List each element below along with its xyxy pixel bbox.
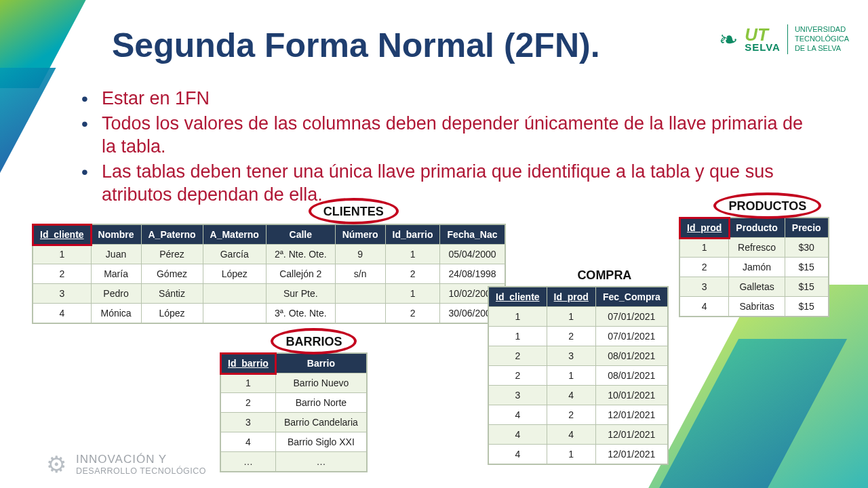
table-cell: 2 (489, 366, 547, 386)
table-cell: Pedro (91, 284, 141, 304)
table-cell: s/n (335, 264, 385, 284)
table-cell: 12/01/2021 (595, 425, 667, 445)
footer-line2: DESARROLLO TECNOLÓGICO (76, 466, 206, 476)
table-cell: 05/04/2000 (440, 245, 505, 264)
table-cell: 1 (547, 445, 595, 464)
table-cell (203, 304, 266, 323)
col-fec-compra: Fec_Compra (595, 287, 667, 307)
table-cell: 08/01/2021 (595, 346, 667, 366)
table-cell: 4 (489, 405, 547, 425)
logo-divider (787, 24, 788, 54)
caption-barrios: BARRIOS (275, 333, 353, 350)
table-row: 2Jamón$15 (680, 258, 829, 277)
table-cell: 07/01/2021 (595, 327, 667, 346)
table-cell: 2ª. Nte. Ote. (266, 245, 335, 264)
table-row: 3410/01/2021 (489, 386, 668, 405)
table-cell: Barrio Norte (275, 393, 366, 413)
table-cell: Mónica (91, 304, 141, 323)
table-cell: Sur Pte. (266, 284, 335, 304)
table-cell: 2 (221, 393, 276, 413)
col-amaterno: A_Materno (203, 225, 266, 245)
col-id-cliente: Id_cliente (489, 287, 547, 307)
table-cell: $15 (785, 258, 828, 277)
table-cell: 12/01/2021 (595, 445, 667, 464)
table-row: 4Barrio Siglo XXI (221, 432, 367, 452)
compra-table: Id_cliente Id_prod Fec_Compra 1107/01/20… (488, 287, 668, 464)
table-cell: 4 (33, 304, 92, 323)
table-cell: García (203, 245, 266, 264)
table-cell: 07/01/2021 (595, 307, 667, 327)
table-cell: López (141, 304, 203, 323)
col-id-barrio: Id_barrio (221, 354, 276, 373)
table-row: 4MónicaLópez3ª. Ote. Nte.230/06/2000 (33, 304, 505, 323)
table-row: 3Barrio Candelaria (221, 413, 367, 432)
table-row: 1107/01/2021 (489, 307, 668, 327)
table-cell: 12/01/2021 (595, 405, 667, 425)
caption-productos: PRODUCTOS (717, 198, 817, 215)
table-cell: 3 (33, 284, 92, 304)
table-row: 2108/01/2021 (489, 366, 668, 386)
table-cell: Refresco (729, 238, 785, 258)
table-row: 4Sabritas$15 (680, 297, 829, 317)
col-numero: Número (335, 225, 385, 245)
footer-line1: INNOVACIÓN Y (76, 453, 206, 466)
table-cell: Jamón (729, 258, 785, 277)
table-cell: 4 (547, 386, 595, 405)
table-row: 3PedroSántizSur Pte.110/02/2001 (33, 284, 505, 304)
table-row: 4212/01/2021 (489, 405, 668, 425)
table-cell: 1 (489, 327, 547, 346)
table-productos: PRODUCTOS Id_prod Producto Precio 1Refre… (679, 198, 829, 317)
table-cell: Barrio Siglo XXI (275, 432, 366, 452)
table-cell: 1 (680, 238, 729, 258)
table-row: 1207/01/2021 (489, 327, 668, 346)
table-cell: $30 (785, 238, 828, 258)
col-nombre: Nombre (91, 225, 141, 245)
table-compra: COMPRA Id_cliente Id_prod Fec_Compra 110… (488, 267, 668, 464)
table-cell: 1 (221, 373, 276, 393)
table-cell: 1 (547, 366, 595, 386)
table-cell: 4 (680, 297, 729, 317)
table-row: …… (221, 452, 367, 472)
col-barrio: Barrio (275, 354, 366, 373)
bullet-item: Estar en 1FN (81, 87, 810, 110)
col-id-prod: Id_prod (547, 287, 595, 307)
table-barrios: BARRIOS Id_barrio Barrio 1Barrio Nuevo2B… (220, 333, 367, 472)
table-cell: Callejón 2 (266, 264, 335, 284)
table-cell: 2 (547, 327, 595, 346)
table-cell: Pérez (141, 245, 203, 264)
table-row: 2308/01/2021 (489, 346, 668, 366)
table-cell: 4 (221, 432, 276, 452)
table-row: 3Galletas$15 (680, 277, 829, 297)
page-title: Segunda Forma Normal (2FN). (112, 26, 600, 65)
col-id-prod: Id_prod (680, 218, 729, 238)
table-cell: Sántiz (141, 284, 203, 304)
table-cell: $15 (785, 297, 828, 317)
caption-compra: COMPRA (566, 267, 642, 284)
productos-table: Id_prod Producto Precio 1Refresco$302Jam… (679, 218, 829, 317)
table-cell (335, 304, 385, 323)
table-cell: 2 (385, 304, 440, 323)
tree-icon: ❧ (719, 28, 738, 51)
table-cell: 3ª. Ote. Nte. (266, 304, 335, 323)
university-logo: ❧ UT SELVA UNIVERSIDAD TECNOLÓGICA DE LA… (719, 24, 849, 54)
table-cell: 2 (547, 405, 595, 425)
table-cell: 3 (221, 413, 276, 432)
table-cell: 1 (547, 307, 595, 327)
table-cell: Sabritas (729, 297, 785, 317)
table-cell: Juan (91, 245, 141, 264)
clientes-table: Id_cliente Nombre A_Paterno A_Materno Ca… (33, 224, 505, 323)
table-cell: 3 (489, 386, 547, 405)
table-cell: 2 (489, 346, 547, 366)
col-calle: Calle (266, 225, 335, 245)
bullet-list: Estar en 1FN Todos los valores de las co… (81, 87, 810, 208)
table-cell: Barrio Nuevo (275, 373, 366, 393)
table-cell: López (203, 264, 266, 284)
table-cell: $15 (785, 277, 828, 297)
table-cell: 2 (385, 264, 440, 284)
table-cell: 2 (680, 258, 729, 277)
footer-tagline: ⚙ INNOVACIÓN Y DESARROLLO TECNOLÓGICO (46, 453, 206, 476)
table-row: 1JuanPérezGarcía2ª. Nte. Ote.9105/04/200… (33, 245, 505, 264)
logo-ut-sub: SELVA (745, 43, 781, 52)
caption-clientes: CLIENTES (313, 203, 395, 220)
table-row: 2Barrio Norte (221, 393, 367, 413)
